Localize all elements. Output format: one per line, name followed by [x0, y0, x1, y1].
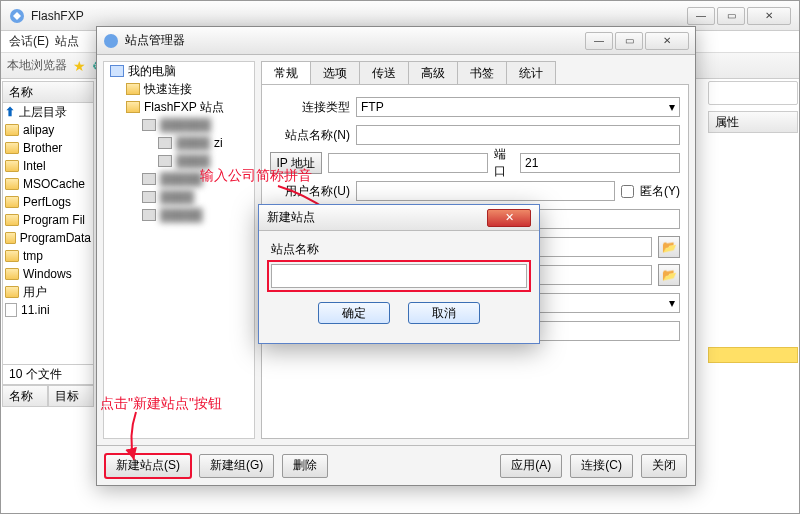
folder-icon [5, 250, 19, 262]
tree-site-item[interactable]: ████zi [104, 134, 254, 152]
sm-maximize-button[interactable]: ▭ [615, 32, 643, 50]
menu-session[interactable]: 会话(E) [9, 33, 49, 50]
conn-type-label: 连接类型 [270, 99, 350, 116]
up-icon: ⬆ [5, 105, 15, 119]
tree-sites-folder[interactable]: FlashFXP 站点 [104, 98, 254, 116]
site-manager-titlebar: 站点管理器 — ▭ ✕ [97, 27, 695, 55]
minimize-button[interactable]: — [687, 7, 715, 25]
ns-close-button[interactable]: ✕ [487, 209, 531, 227]
new-site-dialog: 新建站点 ✕ 站点名称 确定 取消 [258, 204, 540, 344]
browse-folder-button[interactable]: 📂 [658, 264, 680, 286]
apply-button[interactable]: 应用(A) [500, 454, 562, 478]
ns-ok-button[interactable]: 确定 [318, 302, 390, 324]
folder-icon [5, 268, 19, 280]
list-item[interactable]: Intel [3, 157, 93, 175]
tab-stats[interactable]: 统计 [506, 61, 556, 84]
site-name-label: 站点名称(N) [270, 127, 350, 144]
ns-titlebar: 新建站点 ✕ [259, 205, 539, 231]
ns-cancel-button[interactable]: 取消 [408, 302, 480, 324]
new-site-button[interactable]: 新建站点(S) [105, 454, 191, 478]
folder-icon [5, 286, 19, 298]
app-icon [9, 8, 25, 24]
file-icon [5, 303, 17, 317]
list-item[interactable]: Windows [3, 265, 93, 283]
list-item[interactable]: tmp [3, 247, 93, 265]
chevron-down-icon: ▾ [669, 296, 675, 310]
sm-tabs: 常规 选项 传送 高级 书签 统计 [261, 61, 689, 85]
tree-site-item[interactable]: █████ [104, 206, 254, 224]
sm-footer: 新建站点(S) 新建组(G) 删除 应用(A) 连接(C) 关闭 [97, 445, 695, 485]
up-dir-row[interactable]: ⬆上层目录 [3, 103, 93, 121]
list-item[interactable]: PerfLogs [3, 193, 93, 211]
chevron-down-icon: ▾ [669, 100, 675, 114]
anonymous-label: 匿名(Y) [640, 183, 680, 200]
menu-sites[interactable]: 站点 [55, 33, 79, 50]
sm-minimize-button[interactable]: — [585, 32, 613, 50]
list-item[interactable]: alipay [3, 121, 93, 139]
list-item[interactable]: Brother [3, 139, 93, 157]
folder-icon [5, 214, 19, 226]
tree-quick-connect[interactable]: 快速连接 [104, 80, 254, 98]
tab-options[interactable]: 选项 [310, 61, 360, 84]
username-input[interactable] [356, 181, 615, 201]
close-dialog-button[interactable]: 关闭 [641, 454, 687, 478]
folder-icon [5, 232, 16, 244]
site-tree[interactable]: 我的电脑 快速连接 FlashFXP 站点 ██████ ████zi ████… [103, 61, 255, 439]
list-item[interactable]: 用户 [3, 283, 93, 301]
list-item[interactable]: MSOCache [3, 175, 93, 193]
ns-title: 新建站点 [267, 209, 487, 226]
tree-site-item[interactable]: ██████ [104, 116, 254, 134]
server-icon [158, 137, 172, 149]
ip-address-input[interactable] [328, 153, 488, 173]
browse-folder-button[interactable]: 📂 [658, 236, 680, 258]
folder-icon [126, 83, 140, 95]
tree-site-item[interactable]: ████ [104, 188, 254, 206]
tree-root[interactable]: 我的电脑 [104, 62, 254, 80]
new-group-button[interactable]: 新建组(G) [199, 454, 274, 478]
folder-icon [5, 142, 19, 154]
remote-panel: 属性 [708, 81, 798, 133]
delete-button[interactable]: 删除 [282, 454, 328, 478]
anonymous-checkbox[interactable] [621, 185, 634, 198]
app-title: FlashFXP [31, 9, 687, 23]
server-icon [142, 191, 156, 203]
local-panel: 名称 ⬆上层目录 alipay Brother Intel MSOCache P… [2, 81, 94, 512]
site-manager-title: 站点管理器 [125, 32, 585, 49]
star-icon[interactable]: ★ [73, 58, 86, 74]
list-item[interactable]: ProgramData [3, 229, 93, 247]
folder-icon [5, 196, 19, 208]
folder-icon [5, 160, 19, 172]
list-item[interactable]: 11.ini [3, 301, 93, 319]
queue-header-name[interactable]: 名称 [2, 385, 48, 407]
site-name-input[interactable] [356, 125, 680, 145]
folder-icon [126, 101, 140, 113]
queue-header-target[interactable]: 目标 [48, 385, 94, 407]
remote-header-attr[interactable]: 属性 [708, 111, 798, 133]
sm-close-button[interactable]: ✕ [645, 32, 689, 50]
folder-open-icon: 📂 [662, 268, 677, 282]
port-input[interactable] [520, 153, 680, 173]
port-label: 端口 [494, 146, 514, 180]
maximize-button[interactable]: ▭ [717, 7, 745, 25]
remote-address[interactable] [708, 81, 798, 105]
conn-type-select[interactable]: FTP▾ [356, 97, 680, 117]
tab-transfer[interactable]: 传送 [359, 61, 409, 84]
server-icon [158, 155, 172, 167]
pc-icon [110, 65, 124, 77]
tab-advanced[interactable]: 高级 [408, 61, 458, 84]
server-icon [142, 209, 156, 221]
annotation-button-hint: 点击"新建站点"按钮 [100, 395, 222, 413]
close-button[interactable]: ✕ [747, 7, 791, 25]
tab-general[interactable]: 常规 [261, 61, 311, 84]
connect-button[interactable]: 连接(C) [570, 454, 633, 478]
local-status: 10 个文件 [2, 365, 94, 385]
local-header-name[interactable]: 名称 [2, 81, 94, 103]
annotation-input-hint: 输入公司简称拼音 [200, 167, 312, 185]
ns-site-name-input[interactable] [271, 264, 527, 288]
folder-icon [5, 178, 19, 190]
folder-open-icon: 📂 [662, 240, 677, 254]
local-file-list[interactable]: ⬆上层目录 alipay Brother Intel MSOCache Perf… [2, 103, 94, 365]
tab-bookmarks[interactable]: 书签 [457, 61, 507, 84]
list-item[interactable]: Program Fil [3, 211, 93, 229]
toolbar-local-browser[interactable]: 本地浏览器 [7, 57, 67, 74]
